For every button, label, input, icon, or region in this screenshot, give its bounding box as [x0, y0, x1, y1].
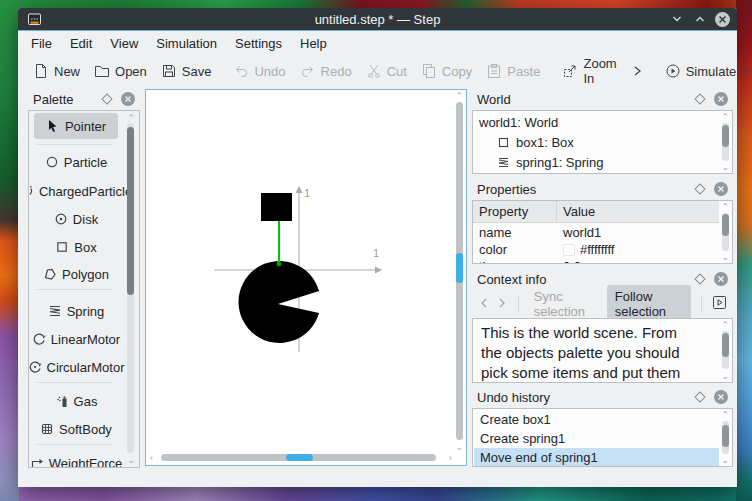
new-button[interactable]: New — [26, 59, 87, 83]
scroll-down-icon[interactable]: ⌄ — [721, 163, 729, 171]
undo-history-panel: Undo history Create box1 Create spring1 … — [472, 386, 733, 467]
scroll-right-icon[interactable]: › — [449, 454, 452, 462]
world-canvas[interactable]: 1 1 ⌃ ⌄ ‹ › — [145, 89, 467, 466]
open-button[interactable]: Open — [87, 59, 154, 83]
undo-close-button[interactable] — [714, 390, 728, 404]
open-in-browser-button[interactable] — [712, 295, 727, 313]
column-property[interactable]: Property — [473, 201, 557, 222]
minimize-button[interactable] — [669, 11, 685, 27]
chevron-up-icon — [693, 12, 707, 26]
charged-particle-icon — [28, 184, 34, 198]
menu-edit[interactable]: Edit — [61, 33, 101, 54]
context-text-area[interactable]: This is the world scene. From the object… — [472, 318, 733, 383]
palette-item-weightforce[interactable]: WeightForce — [31, 452, 121, 468]
tree-item-world1[interactable]: world1: World — [473, 112, 718, 132]
palette-item-pointer[interactable]: Pointer — [34, 113, 118, 139]
float-panel-icon[interactable] — [694, 391, 705, 402]
column-value[interactable]: Value — [557, 201, 719, 222]
palette-close-button[interactable] — [121, 92, 135, 106]
close-icon — [124, 95, 132, 103]
scroll-down-icon[interactable]: ⌄ — [721, 456, 729, 464]
property-value: world1 — [563, 225, 601, 240]
scroll-down-icon[interactable]: ⌄ — [721, 372, 729, 380]
toolbar-extension-button[interactable] — [624, 59, 650, 83]
copy-button[interactable]: Copy — [414, 59, 479, 83]
palette-item-softbody[interactable]: SoftBody — [31, 418, 121, 440]
undo-scrollbar-thumb[interactable] — [722, 425, 729, 447]
canvas-disk[interactable] — [239, 261, 319, 343]
box-icon — [55, 240, 69, 254]
context-text: This is the world scene. From the object… — [473, 319, 698, 383]
world-scrollbar-thumb[interactable] — [722, 125, 729, 147]
undo-item-create-spring1[interactable]: Create spring1 — [474, 429, 718, 448]
save-button[interactable]: Save — [154, 59, 219, 83]
scroll-up-icon[interactable]: ⌃ — [721, 321, 729, 329]
redo-button[interactable]: Redo — [293, 59, 359, 83]
canvas-hscrollbar-thumb[interactable] — [286, 454, 313, 461]
close-icon — [717, 275, 725, 283]
float-panel-icon[interactable] — [694, 183, 705, 194]
menu-simulation[interactable]: Simulation — [147, 33, 226, 54]
palette-item-particle[interactable]: Particle — [31, 151, 121, 173]
palette-item-chargedparticle[interactable]: ChargedParticle — [31, 180, 121, 202]
cut-button[interactable]: Cut — [359, 59, 414, 83]
close-button[interactable] — [715, 12, 730, 27]
scroll-up-icon[interactable]: ⌃ — [127, 114, 135, 122]
properties-scrollbar-thumb[interactable] — [722, 214, 729, 236]
undo-item-create-box1[interactable]: Create box1 — [474, 410, 718, 429]
close-icon — [717, 185, 725, 193]
forward-button[interactable] — [496, 297, 508, 312]
palette-item-circularmotor[interactable]: CircularMotor — [31, 356, 121, 378]
palette-item-disk[interactable]: Disk — [31, 208, 121, 230]
simulate-button[interactable]: Simulate — [658, 59, 752, 83]
scroll-up-icon[interactable]: ⌃ — [455, 92, 463, 100]
menu-settings[interactable]: Settings — [226, 33, 291, 54]
undo-button[interactable]: Undo — [226, 59, 292, 83]
canvas-box1[interactable] — [261, 193, 292, 221]
menu-file[interactable]: File — [22, 33, 61, 54]
particle-icon — [45, 155, 59, 169]
scroll-down-icon[interactable]: ⌄ — [721, 253, 729, 261]
palette-item-linearmotor[interactable]: LinearMotor — [31, 328, 121, 350]
palette-item-label: Pointer — [65, 119, 106, 134]
maximize-button[interactable] — [692, 11, 708, 27]
undo-label: Undo — [254, 64, 285, 79]
property-row-color[interactable]: color #ffffffff — [473, 241, 719, 258]
palette-item-spring[interactable]: Spring — [31, 300, 121, 322]
context-close-button[interactable] — [714, 272, 728, 286]
toolbar-separator — [518, 295, 519, 313]
scroll-up-icon[interactable]: ⌃ — [721, 203, 729, 211]
tree-item-box1[interactable]: box1: Box — [473, 132, 718, 152]
back-button[interactable] — [478, 297, 490, 312]
palette-item-gas[interactable]: Gas — [31, 390, 121, 412]
scroll-up-icon[interactable]: ⌃ — [721, 411, 729, 419]
float-panel-icon[interactable] — [694, 93, 705, 104]
properties-close-button[interactable] — [714, 182, 728, 196]
sync-selection-button[interactable]: Sync selection — [529, 286, 601, 322]
scroll-left-icon[interactable]: ‹ — [150, 454, 153, 462]
canvas-vscrollbar-thumb[interactable] — [456, 253, 463, 283]
float-panel-icon[interactable] — [101, 93, 112, 104]
undo-item-move-end-of-spring1[interactable]: Move end of spring1 — [474, 448, 719, 467]
palette-scrollbar-thumb[interactable] — [127, 127, 134, 295]
paste-button[interactable]: Paste — [479, 59, 547, 83]
spring-end-handle[interactable] — [277, 262, 282, 267]
titlebar[interactable]: untitled.step * — Step — [18, 8, 737, 30]
main-toolbar: New Open Save Undo Redo — [18, 56, 737, 86]
scroll-down-icon[interactable]: ⌄ — [127, 456, 135, 464]
context-scrollbar-thumb[interactable] — [722, 333, 729, 357]
tree-item-spring1[interactable]: spring1: Spring — [473, 152, 718, 172]
zoom-in-button[interactable]: Zoom In — [555, 59, 623, 83]
scroll-down-icon[interactable]: ⌄ — [455, 443, 463, 451]
float-panel-icon[interactable] — [694, 273, 705, 284]
property-row-time[interactable]: time 0.0 s — [473, 258, 719, 264]
palette-item-box[interactable]: Box — [31, 236, 121, 258]
properties-header-row: Property Value — [473, 201, 719, 223]
palette-item-polygon[interactable]: Polygon — [31, 263, 121, 285]
menu-help[interactable]: Help — [291, 33, 336, 54]
property-row-name[interactable]: name world1 — [473, 224, 719, 241]
pointer-icon — [46, 119, 60, 133]
scroll-up-icon[interactable]: ⌃ — [721, 113, 729, 121]
menu-view[interactable]: View — [101, 33, 147, 54]
world-close-button[interactable] — [714, 92, 728, 106]
